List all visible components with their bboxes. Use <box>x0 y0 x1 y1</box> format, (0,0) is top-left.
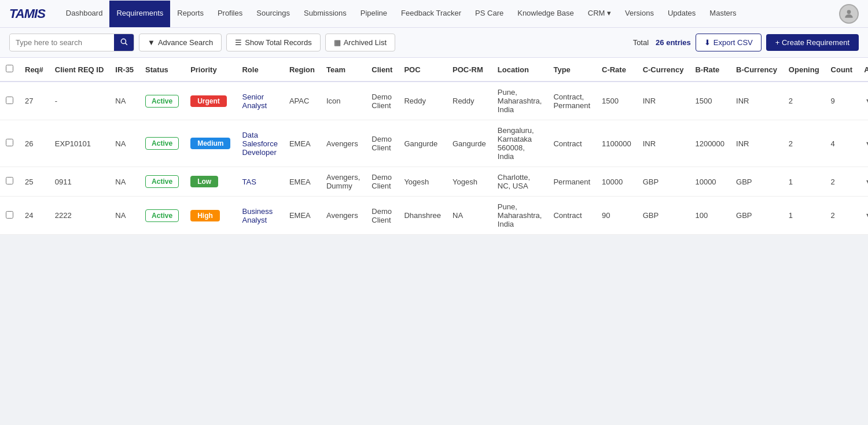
user-avatar[interactable] <box>839 4 859 24</box>
col-b-rate: B-Rate <box>689 58 730 82</box>
action-dropdown-button[interactable]: ▾ <box>864 209 868 222</box>
cell-location: Charlotte, NC, USA <box>492 167 548 197</box>
nav-item-profiles[interactable]: Profiles <box>211 1 249 27</box>
cell-location: Bengaluru, Karnataka 560008, India <box>492 120 548 167</box>
row-checkbox-cell <box>0 167 19 197</box>
cell-client-req-id: EXP10101 <box>49 120 110 167</box>
col-client: Client <box>366 58 398 82</box>
cell-opening: 2 <box>783 82 825 120</box>
nav-item-submissions[interactable]: Submissions <box>297 1 354 27</box>
nav-item-ps-care[interactable]: PS Care <box>468 1 510 27</box>
nav-menu: Dashboard Requirements Reports Profiles … <box>59 1 744 27</box>
row-checkbox[interactable] <box>6 211 13 219</box>
header-checkbox-cell <box>0 58 19 82</box>
cell-status: Active <box>139 167 185 197</box>
cell-req: 27 <box>19 82 49 120</box>
cell-action: ▾ <box>858 167 868 197</box>
cell-action: ▾ <box>858 197 868 235</box>
cell-count: 2 <box>825 197 859 235</box>
nav-item-crm[interactable]: CRM <box>581 1 618 27</box>
cell-c-currency: INR <box>637 82 690 120</box>
svg-line-2 <box>126 43 127 45</box>
col-team: Team <box>321 58 366 82</box>
nav-item-knowledge-base[interactable]: Knowledge Base <box>510 1 581 27</box>
nav-item-feedback-tracker[interactable]: Feedback Tracker <box>394 1 468 27</box>
advance-search-button[interactable]: ▼ Advance Search <box>139 34 222 51</box>
row-checkbox[interactable] <box>6 139 13 146</box>
col-ir35: IR-35 <box>109 58 139 82</box>
cell-b-currency: INR <box>730 120 783 167</box>
archive-icon: ▦ <box>334 38 341 47</box>
cell-count: 2 <box>825 167 859 197</box>
cell-poc-rm: Gangurde <box>447 120 492 167</box>
cell-c-currency: INR <box>637 120 690 167</box>
create-requirement-button[interactable]: + Create Requirement <box>766 34 859 51</box>
col-b-currency: B-Currency <box>730 58 783 82</box>
search-input[interactable] <box>10 35 114 50</box>
cell-opening: 2 <box>783 120 825 167</box>
status-badge: Active <box>145 175 179 188</box>
nav-item-dashboard[interactable]: Dashboard <box>59 1 110 27</box>
cell-priority: High <box>185 197 236 235</box>
select-all-checkbox[interactable] <box>6 65 13 72</box>
cell-role[interactable]: TAS <box>236 167 283 197</box>
cell-role[interactable]: Senior Analyst <box>236 82 283 120</box>
cell-role[interactable]: Business Analyst <box>236 197 283 235</box>
cell-status: Active <box>139 197 185 235</box>
col-count: Count <box>825 58 859 82</box>
status-badge: Active <box>145 95 179 108</box>
cell-opening: 1 <box>783 197 825 235</box>
role-link[interactable]: Data Salesforce Developer <box>242 131 277 157</box>
table-row: 24 2222 NA Active High Business Analyst … <box>0 197 868 235</box>
search-button[interactable] <box>114 34 134 51</box>
nav-item-versions[interactable]: Versions <box>618 1 661 27</box>
cell-req: 26 <box>19 120 49 167</box>
total-label: Total <box>633 38 649 47</box>
cell-location: Pune, Maharashtra, India <box>492 82 548 120</box>
col-req: Req# <box>19 58 49 82</box>
cell-priority: Urgent <box>185 82 236 120</box>
nav-item-requirements[interactable]: Requirements <box>109 1 170 27</box>
col-priority: Priority <box>185 58 236 82</box>
table-row: 25 0911 NA Active Low TAS EMEA Avengers,… <box>0 167 868 197</box>
cell-client: Demo Client <box>366 167 398 197</box>
cell-type: Contract, Permanent <box>547 82 596 120</box>
show-total-records-button[interactable]: ☰ Show Total Records <box>226 34 320 51</box>
cell-type: Contract <box>547 120 596 167</box>
cell-c-rate: 1500 <box>596 82 637 120</box>
archived-list-button[interactable]: ▦ Archived List <box>325 34 395 51</box>
priority-badge: Urgent <box>190 95 227 107</box>
nav-item-pipeline[interactable]: Pipeline <box>354 1 394 27</box>
action-dropdown-button[interactable]: ▾ <box>864 175 868 189</box>
col-action: Action <box>858 58 868 82</box>
row-checkbox[interactable] <box>6 177 13 184</box>
action-dropdown-button[interactable]: ▾ <box>864 137 868 150</box>
cell-b-currency: INR <box>730 82 783 120</box>
nav-item-masters[interactable]: Masters <box>703 1 743 27</box>
cell-type: Contract <box>547 197 596 235</box>
row-checkbox[interactable] <box>6 97 13 104</box>
cell-client: Demo Client <box>366 120 398 167</box>
cell-client: Demo Client <box>366 197 398 235</box>
action-dropdown-button[interactable]: ▾ <box>864 94 868 108</box>
requirements-table-wrapper: Req# Client REQ ID IR-35 Status Priority… <box>0 58 868 235</box>
cell-region: EMEA <box>284 197 321 235</box>
role-link[interactable]: Business Analyst <box>242 207 273 224</box>
role-link[interactable]: Senior Analyst <box>242 93 267 110</box>
cell-location: Pune, Maharashtra, India <box>492 197 548 235</box>
nav-item-updates[interactable]: Updates <box>661 1 703 27</box>
row-checkbox-cell <box>0 120 19 167</box>
export-csv-button[interactable]: ⬇ Export CSV <box>696 34 762 51</box>
cell-role[interactable]: Data Salesforce Developer <box>236 120 283 167</box>
search-wrap <box>9 34 134 51</box>
nav-item-reports[interactable]: Reports <box>170 1 211 27</box>
nav-item-sourcings[interactable]: Sourcings <box>249 1 297 27</box>
cell-team: Avengers <box>321 120 366 167</box>
cell-opening: 1 <box>783 167 825 197</box>
row-checkbox-cell <box>0 82 19 120</box>
cell-status: Active <box>139 120 185 167</box>
cell-b-rate: 10000 <box>689 167 730 197</box>
cell-priority: Medium <box>185 120 236 167</box>
table-row: 27 - NA Active Urgent Senior Analyst APA… <box>0 82 868 120</box>
role-link[interactable]: TAS <box>242 178 256 186</box>
